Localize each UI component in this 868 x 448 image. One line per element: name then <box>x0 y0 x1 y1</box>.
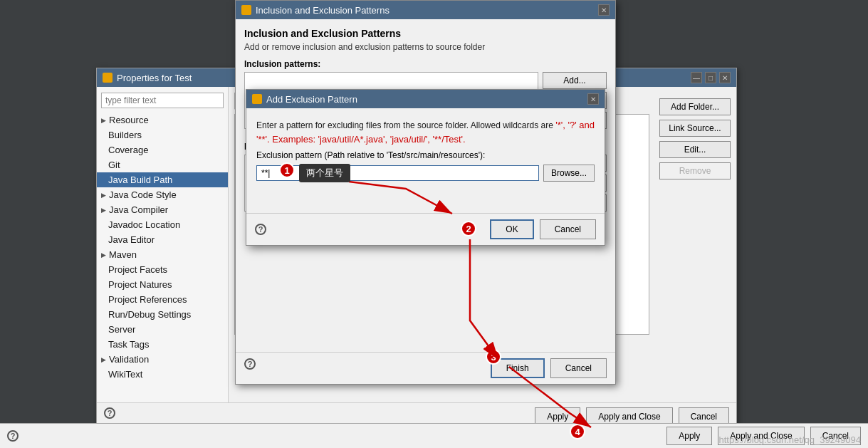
excl-titlebar: Add Exclusion Pattern ✕ <box>246 90 605 108</box>
excl-cancel-button[interactable]: Cancel <box>540 219 596 239</box>
sidebar-item-java-editor[interactable]: Java Editor <box>97 232 228 247</box>
watermark: https://blog.csdn.net/qq_39249094 <box>719 434 862 445</box>
sidebar-item-wikitext[interactable]: WikiText <box>97 367 228 382</box>
ie-footer: ? Finish Cancel <box>236 352 615 384</box>
sidebar-item-java-code-style[interactable]: ▶ Java Code Style <box>97 187 228 202</box>
ie-subtitle: Add or remove inclusion and exclusion pa… <box>244 42 607 52</box>
remove-button[interactable]: Remove <box>659 162 731 179</box>
edit-button[interactable]: Edit... <box>659 141 731 158</box>
excl-path-label: Exclusion pattern (Path relative to 'Tes… <box>256 150 595 160</box>
right-buttons: Add Folder... Link Source... Edit... Rem… <box>654 93 731 397</box>
ie-cancel-button[interactable]: Cancel <box>550 358 607 378</box>
sidebar-item-builders[interactable]: Builders <box>97 127 228 142</box>
tooltip-two-stars: 两个星号 <box>299 164 350 182</box>
sidebar-item-project-natures[interactable]: Project Natures <box>97 277 228 292</box>
eclipse-icon <box>103 73 113 83</box>
excl-footer-right: OK Cancel <box>490 219 596 239</box>
titlebar-buttons: — □ ✕ <box>691 72 731 83</box>
sidebar-item-run-debug-settings[interactable]: Run/Debug Settings <box>97 307 228 322</box>
arrow-icon4: ▶ <box>101 251 106 259</box>
wildcard-examples: '*', '?' and '**'. Examples: 'java/util/… <box>256 120 595 145</box>
sidebar-item-git[interactable]: Git <box>97 157 228 172</box>
sidebar-label-git: Git <box>108 160 120 170</box>
sidebar-item-project-facets[interactable]: Project Facets <box>97 262 228 277</box>
ie-icon <box>241 5 251 15</box>
excl-title-text: Add Exclusion Pattern <box>266 94 357 105</box>
excl-help-icon: ? <box>255 224 266 235</box>
sidebar-item-validation[interactable]: ▶ Validation <box>97 352 228 367</box>
sidebar-label-run-debug-settings: Run/Debug Settings <box>108 309 191 320</box>
sidebar-label-wikitext: WikiText <box>108 369 142 380</box>
sidebar-item-java-compiler[interactable]: ▶ Java Compiler <box>97 202 228 217</box>
arrow-icon: ▶ <box>101 117 106 124</box>
inclusion-add-button[interactable]: Add... <box>543 72 607 89</box>
ie-title-text: Inclusion and Exclusion Patterns <box>256 5 389 16</box>
inclusion-label: Inclusion patterns: <box>244 59 607 69</box>
maximize-button[interactable]: □ <box>705 72 716 83</box>
excl-description: Enter a pattern for excluding files from… <box>256 118 595 146</box>
help-icon: ? <box>104 407 115 419</box>
bottom-help-icon: ? <box>7 430 19 442</box>
arrow-icon3: ▶ <box>101 207 106 214</box>
ie-titlebar-buttons: ✕ <box>598 4 610 16</box>
sidebar-label-project-natures: Project Natures <box>108 279 172 290</box>
excl-ok-button[interactable]: OK <box>490 219 533 239</box>
sidebar-label-maven: Maven <box>109 249 137 260</box>
step1-circle: 1 <box>279 162 295 178</box>
excl-footer: ? OK Cancel <box>246 213 605 245</box>
sidebar-label-coverage: Coverage <box>108 145 148 155</box>
arrow-icon5: ▶ <box>101 356 106 363</box>
sidebar-item-task-tags[interactable]: Task Tags <box>97 337 228 352</box>
titlebar-left: Properties for Test <box>103 73 192 83</box>
step3-circle: 3 <box>486 349 501 365</box>
sidebar-item-java-build-path[interactable]: Java Build Path <box>97 172 228 187</box>
bottom-apply-button[interactable]: Apply <box>666 427 712 445</box>
properties-title: Properties for Test <box>117 73 192 83</box>
sidebar-label-server: Server <box>108 324 135 335</box>
ie-help-icon: ? <box>244 358 256 370</box>
sidebar-filter[interactable] <box>101 93 224 108</box>
sidebar-label-project-facets: Project Facets <box>108 264 167 275</box>
add-folder-button[interactable]: Add Folder... <box>659 98 731 115</box>
sidebar-label-builders: Builders <box>108 130 142 140</box>
sidebar-label-javadoc-location: Javadoc Location <box>108 219 180 230</box>
link-source-button[interactable]: Link Source... <box>659 120 731 137</box>
sidebar-label-task-tags: Task Tags <box>108 339 150 350</box>
ie-main-title: Inclusion and Exclusion Patterns <box>244 28 607 39</box>
excl-icon <box>252 94 262 104</box>
sidebar: ▶ Resource Builders Coverage Git Java Bu… <box>97 87 229 402</box>
step4-circle: 4 <box>570 424 585 439</box>
sidebar-item-coverage[interactable]: Coverage <box>97 142 228 157</box>
excl-close-button[interactable]: ✕ <box>587 93 599 105</box>
sidebar-label-java-build-path: Java Build Path <box>108 174 172 185</box>
sidebar-label-java-editor: Java Editor <box>108 234 155 245</box>
sidebar-label-validation: Validation <box>109 354 149 365</box>
step2-circle: 2 <box>461 221 476 236</box>
sidebar-item-resource[interactable]: ▶ Resource <box>97 113 228 127</box>
ie-close-button[interactable]: ✕ <box>598 4 610 16</box>
sidebar-item-server[interactable]: Server <box>97 322 228 337</box>
sidebar-item-project-references[interactable]: Project References <box>97 292 228 307</box>
sidebar-item-maven[interactable]: ▶ Maven <box>97 247 228 262</box>
sidebar-label-project-references: Project References <box>108 294 187 305</box>
sidebar-item-javadoc-location[interactable]: Javadoc Location <box>97 217 228 232</box>
excl-titlebar-buttons: ✕ <box>587 93 599 105</box>
excl-browse-button[interactable]: Browse... <box>543 165 595 182</box>
minimize-button[interactable]: — <box>691 72 702 83</box>
close-button[interactable]: ✕ <box>719 72 731 83</box>
sidebar-label-java-compiler: Java Compiler <box>109 204 168 215</box>
arrow-icon2: ▶ <box>101 192 106 199</box>
sidebar-label-java-code-style: Java Code Style <box>109 189 177 200</box>
excl-body: Enter a pattern for excluding files from… <box>246 108 605 213</box>
sidebar-label-resource: Resource <box>109 115 149 125</box>
ie-titlebar: Inclusion and Exclusion Patterns ✕ <box>236 1 615 19</box>
